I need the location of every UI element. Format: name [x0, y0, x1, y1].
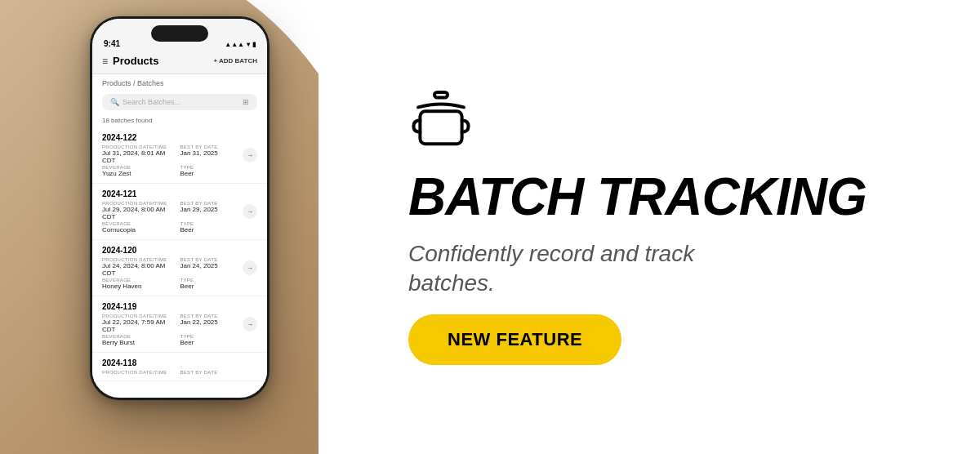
batch-item-4[interactable]: 2024-118 PRODUCTION DATE/TIME BEST BY DA… [92, 353, 267, 381]
search-icon: 🔍 [110, 98, 119, 106]
app-header-left: ≡ Products [102, 55, 158, 67]
phone-wrapper: 9:41 ▲▲▲ ▾ ▮ ≡ Products + ADD BATCH [90, 16, 270, 400]
batch-id-2: 2024-120 [102, 246, 257, 255]
status-icons: ▲▲▲ ▾ ▮ [225, 41, 256, 48]
type-col-1: TYPE Beer [180, 221, 258, 234]
batch-details-0: PRODUCTION DATE/TIME Jul 31, 2024, 8:01 … [102, 145, 257, 177]
production-col-4: PRODUCTION DATE/TIME [102, 370, 180, 375]
batch-count: 18 batches found [92, 114, 267, 127]
batch-details-2: PRODUCTION DATE/TIME Jul 24, 2024, 8:00 … [102, 257, 257, 290]
batch-list: 2024-122 PRODUCTION DATE/TIME Jul 31, 20… [92, 127, 267, 381]
phone-screen: 9:41 ▲▲▲ ▾ ▮ ≡ Products + ADD BATCH [92, 19, 267, 398]
right-section: BATCH TRACKING Confidently record and tr… [343, 56, 980, 398]
beverage-col-2: BEVERAGE Honey Haven [102, 278, 180, 290]
batch-details-1: PRODUCTION DATE/TIME Jul 29, 2024, 8:00 … [102, 201, 257, 234]
add-batch-button[interactable]: + ADD BATCH [213, 57, 257, 65]
batch-id-3: 2024-119 [102, 302, 257, 311]
battery-icon: ▮ [252, 41, 256, 48]
batch-item-1[interactable]: 2024-121 PRODUCTION DATE/TIME Jul 29, 20… [92, 184, 267, 240]
beverage-col-1: BEVERAGE Cornucopia [102, 221, 180, 234]
beverage-col-3: BEVERAGE Berry Burst [102, 334, 180, 346]
main-heading: BATCH TRACKING [408, 171, 931, 223]
batch-details-4: PRODUCTION DATE/TIME BEST BY DATE [102, 370, 257, 375]
subtitle-line2: batches. [408, 270, 495, 296]
search-bar-container: 🔍 Search Batches... ⊞ [92, 91, 267, 114]
batch-item-2[interactable]: 2024-120 PRODUCTION DATE/TIME Jul 24, 20… [92, 240, 267, 296]
pot-icon-container [408, 89, 474, 154]
batch-details-3: PRODUCTION DATE/TIME Jul 22, 2024, 7:59 … [102, 314, 257, 346]
production-col-3: PRODUCTION DATE/TIME Jul 22, 2024, 7:59 … [102, 314, 180, 333]
batch-arrow-2[interactable]: → [243, 260, 257, 275]
batch-id-4: 2024-118 [102, 358, 257, 367]
batch-arrow-3[interactable]: → [243, 317, 257, 332]
svg-rect-0 [434, 92, 448, 97]
type-col-3: TYPE Beer [180, 334, 258, 346]
production-col-1: PRODUCTION DATE/TIME Jul 29, 2024, 8:00 … [102, 201, 180, 220]
hamburger-icon[interactable]: ≡ [102, 56, 108, 67]
production-col-2: PRODUCTION DATE/TIME Jul 24, 2024, 8:00 … [102, 257, 180, 277]
bestby-col-4: BEST BY DATE [180, 370, 258, 375]
type-col-0: TYPE Beer [180, 165, 258, 177]
app-header: ≡ Products + ADD BATCH [92, 51, 267, 74]
cta-button[interactable]: NEW FEATURE [408, 314, 621, 365]
batch-id-1: 2024-121 [102, 189, 257, 198]
type-col-2: TYPE Beer [180, 278, 258, 290]
search-left: 🔍 Search Batches... [110, 98, 180, 106]
pot-icon [408, 89, 474, 154]
beverage-col-0: BEVERAGE Yuzu Zest [102, 165, 180, 177]
breadcrumb: Products / Batches [92, 74, 267, 91]
search-placeholder: Search Batches... [122, 98, 180, 106]
signal-icon: ▲▲▲ [225, 41, 244, 48]
production-col-0: PRODUCTION DATE/TIME Jul 31, 2024, 8:01 … [102, 145, 180, 164]
batch-arrow-1[interactable]: → [243, 204, 257, 219]
wifi-icon: ▾ [247, 41, 250, 48]
app-title: Products [113, 55, 158, 67]
batch-arrow-0[interactable]: → [243, 148, 257, 162]
batch-item-3[interactable]: 2024-119 PRODUCTION DATE/TIME Jul 22, 20… [92, 296, 267, 353]
batch-id-0: 2024-122 [102, 133, 257, 142]
search-input[interactable]: 🔍 Search Batches... ⊞ [102, 94, 257, 110]
phone-mockup: 9:41 ▲▲▲ ▾ ▮ ≡ Products + ADD BATCH [90, 16, 270, 400]
status-time: 9:41 [104, 39, 120, 48]
svg-rect-1 [420, 111, 461, 144]
dynamic-island [151, 25, 208, 42]
subtitle-line1: Confidently record and track [408, 241, 694, 266]
filter-icon[interactable]: ⊞ [243, 98, 249, 106]
subtitle: Confidently record and track batches. [408, 239, 800, 299]
left-section: 9:41 ▲▲▲ ▾ ▮ ≡ Products + ADD BATCH [0, 0, 343, 454]
batch-item-0[interactable]: 2024-122 PRODUCTION DATE/TIME Jul 31, 20… [92, 127, 267, 184]
